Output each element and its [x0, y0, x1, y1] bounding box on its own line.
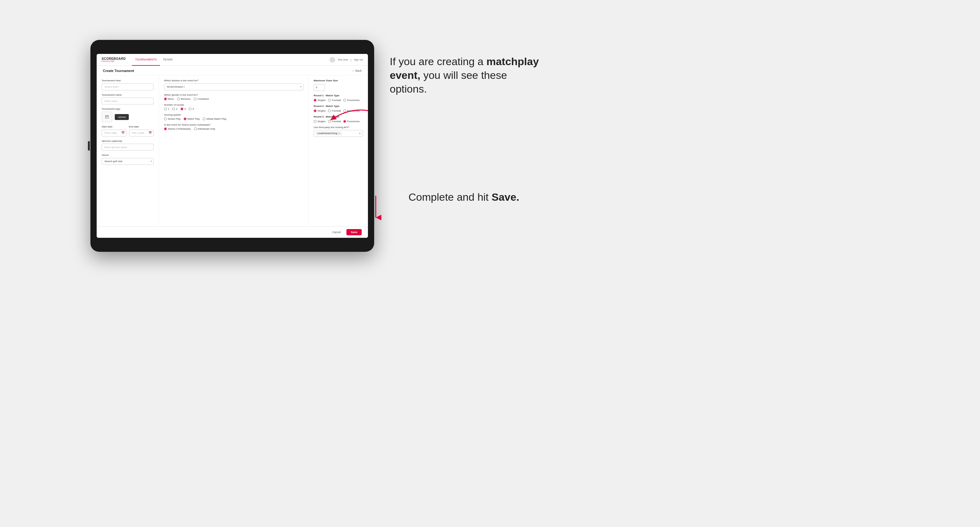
rounds-1-label: 1	[168, 108, 169, 110]
rounds-1[interactable]: 1	[164, 108, 169, 110]
tournament-name-label: Tournament name	[102, 94, 154, 96]
dates-row: Start date 📅 End date 📅	[102, 125, 154, 137]
nav-tournaments[interactable]: TOURNAMENTS	[132, 54, 160, 66]
rounds-3[interactable]: 3	[181, 108, 186, 110]
teams-individuals-radio[interactable]	[194, 127, 197, 130]
end-date-wrapper: 📅	[129, 129, 154, 137]
rounds-4-radio[interactable]	[189, 108, 191, 110]
logo-placeholder	[102, 111, 112, 122]
round1-foursomes-label: Foursomes	[347, 99, 360, 102]
tournament-logo-group: Tournament logo Upload	[102, 108, 154, 122]
scoring-medal[interactable]: Medal Match Play	[203, 117, 226, 120]
venue-select-wrapper: Search golf club	[102, 158, 154, 165]
col-left: Tournament Host Tournament name Tourname…	[97, 75, 159, 226]
scoring-stroke-radio[interactable]	[164, 117, 167, 120]
rounds-4[interactable]: 4	[189, 108, 194, 110]
gender-combined-radio[interactable]	[194, 98, 196, 100]
round1-fourball[interactable]: Fourball	[328, 99, 341, 102]
scoring-match-radio[interactable]	[184, 117, 186, 120]
rounds-4-label: 4	[192, 108, 194, 110]
scoring-stroke-label: Stroke Play	[168, 117, 181, 120]
sign-out-link[interactable]: Sign out	[354, 58, 363, 61]
annotation-bottom: Complete and hit Save.	[409, 190, 533, 204]
end-date-label: End date	[129, 125, 154, 128]
tag-close-icon[interactable]: ×	[339, 132, 340, 135]
scoring-stroke[interactable]: Stroke Play	[164, 117, 181, 120]
calendar-icon: 📅	[121, 131, 125, 134]
scoring-match[interactable]: Match Play	[184, 117, 200, 120]
gender-mens[interactable]: Mens	[164, 98, 174, 100]
start-date-wrapper: 📅	[102, 129, 127, 137]
scoring-medal-radio[interactable]	[203, 117, 205, 120]
start-date-label: Start date	[102, 125, 127, 128]
round1-singles-label: Singles	[317, 99, 326, 102]
rounds-1-radio[interactable]	[164, 108, 167, 110]
third-party-badge: Leaderboard King ×	[316, 132, 342, 135]
tournament-logo-label: Tournament logo	[102, 108, 154, 110]
round3-singles-radio[interactable]	[314, 120, 317, 123]
round1-fourball-label: Fourball	[332, 99, 341, 102]
scoring-match-label: Match Play	[188, 117, 200, 120]
tournament-name-group: Tournament name	[102, 94, 154, 105]
gender-combined[interactable]: Combined	[194, 98, 208, 100]
image-icon	[105, 114, 110, 119]
division-label: Which division is the event for?	[164, 79, 303, 82]
round1-singles[interactable]: Singles	[314, 99, 326, 102]
gender-mens-radio[interactable]	[164, 98, 167, 100]
round1-radio-group: Singles Fourball Foursomes	[314, 99, 363, 102]
nav-teams[interactable]: TEAMS	[160, 54, 176, 66]
round2-singles-radio[interactable]	[314, 110, 317, 112]
rounds-radio-group: 1 2 3 4	[164, 108, 303, 110]
venue-select[interactable]: Search golf club	[102, 158, 154, 165]
division-select[interactable]: NCAA Division I	[164, 84, 303, 90]
cancel-button[interactable]: Cancel	[329, 229, 344, 235]
scoring-radio-group: Stroke Play Match Play Medal Match Play	[164, 117, 303, 120]
rounds-2[interactable]: 2	[172, 108, 177, 110]
round1-fourball-radio[interactable]	[328, 99, 331, 102]
gender-label: Which gender is the event for?	[164, 94, 303, 96]
venue-group: Venue Search golf club	[102, 154, 154, 165]
back-link[interactable]: ← Back	[352, 69, 362, 72]
gender-womens[interactable]: Womens	[177, 98, 191, 100]
annotation-bottom-text1: Complete and hit	[409, 191, 492, 203]
upload-button[interactable]: Upload	[115, 114, 129, 120]
rounds-2-label: 2	[176, 108, 177, 110]
sponsor-input[interactable]	[102, 144, 154, 151]
round1-singles-radio[interactable]	[314, 99, 317, 102]
col-mid: Which division is the event for? NCAA Di…	[159, 75, 309, 226]
rounds-2-radio[interactable]	[172, 108, 175, 110]
chevron-down-icon: ▾	[359, 132, 361, 135]
teams-radio-group: Teams (+Individuals) Individuals Only	[164, 127, 303, 130]
max-team-input[interactable]	[314, 84, 325, 91]
round1-foursomes-radio[interactable]	[343, 99, 346, 102]
start-date-group: Start date 📅	[102, 125, 127, 137]
save-button[interactable]: Save	[347, 229, 362, 235]
form-header: Create Tournament ← Back	[97, 66, 368, 75]
teams-individuals[interactable]: Individuals Only	[194, 127, 215, 130]
tablet-screen: SCOREBOARD Powered by clippit TOURNAMENT…	[97, 54, 368, 238]
teams-teams[interactable]: Teams (+Individuals)	[164, 127, 191, 130]
annotation-bottom-bold: Save.	[492, 191, 519, 203]
annotation-arrow-right	[318, 105, 374, 129]
tournament-host-input[interactable]	[102, 84, 154, 90]
gender-womens-radio[interactable]	[177, 98, 180, 100]
calendar-icon-2: 📅	[148, 131, 152, 134]
teams-teams-radio[interactable]	[164, 127, 167, 130]
col-right: Maximum Team Size Round 1 - Match Type S…	[309, 75, 368, 226]
annotation-arrow-bottom	[363, 193, 388, 224]
gender-radio-group: Mens Womens Combined	[164, 98, 303, 100]
form-title: Create Tournament	[103, 69, 134, 73]
third-party-select[interactable]: Leaderboard King × ▾	[314, 130, 363, 137]
nav-separator: |	[351, 58, 352, 61]
tablet-shell: SCOREBOARD Powered by clippit TOURNAMENT…	[91, 40, 374, 252]
rounds-3-radio[interactable]	[181, 108, 183, 110]
tournament-name-input[interactable]	[102, 98, 154, 105]
form-body: Tournament Host Tournament name Tourname…	[97, 75, 368, 226]
round1-foursomes[interactable]: Foursomes	[343, 99, 360, 102]
user-name: Test User	[338, 58, 348, 61]
third-party-value: Leaderboard King	[317, 132, 337, 135]
brand: SCOREBOARD Powered by clippit	[102, 57, 126, 62]
rounds-label: Number of rounds	[164, 103, 303, 106]
rounds-group: Number of rounds 1 2	[164, 103, 303, 110]
round1-group: Round 1 - Match Type Singles Fourball	[314, 94, 363, 102]
